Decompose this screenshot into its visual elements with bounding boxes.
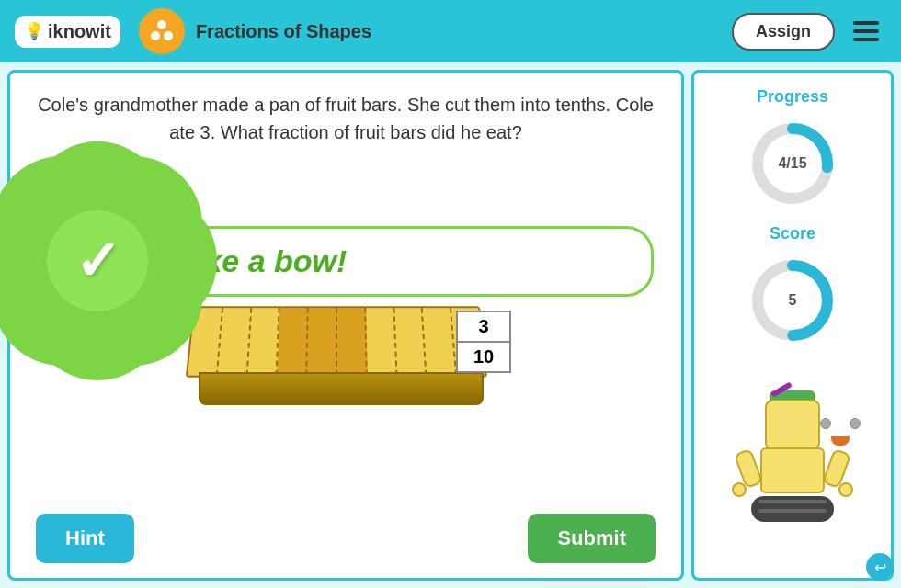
progress-donut: 4/15	[747, 118, 838, 209]
robot-character	[719, 390, 866, 556]
feedback-text: Take a bow!	[169, 243, 347, 278]
denominator-display: 10	[458, 343, 509, 371]
hamburger-line-3	[853, 38, 879, 41]
badge-outer: ✓	[38, 201, 157, 321]
robot-eye-left	[820, 418, 831, 429]
hamburger-line-1	[853, 21, 879, 25]
progress-label: Progress	[757, 87, 828, 107]
fraction-icon-svg	[148, 17, 176, 45]
score-label: Score	[770, 224, 815, 243]
bottom-buttons: Hint Submit	[32, 514, 659, 563]
feedback-message-box: Take a bow!	[139, 226, 654, 297]
robot-area	[719, 357, 866, 563]
robot-hand-left	[732, 482, 747, 497]
robot-mouth	[831, 436, 850, 446]
sidebar: Progress 4/15 Score 5	[691, 70, 894, 581]
robot-eye-right	[850, 418, 861, 429]
feedback-overlay: ✓ Take a bow!	[38, 201, 654, 321]
menu-button[interactable]	[846, 14, 886, 49]
score-value: 5	[789, 292, 797, 309]
robot-body	[760, 447, 825, 493]
badge-scallop: ✓	[47, 210, 148, 311]
svg-point-0	[157, 20, 166, 29]
bulb-icon: 💡	[24, 21, 44, 41]
hamburger-line-2	[853, 29, 879, 33]
lesson-title: Fractions of Shapes	[196, 21, 721, 42]
robot-head	[765, 400, 820, 450]
pan-base	[199, 372, 484, 405]
main-layout: Cole's grandmother made a pan of fruit b…	[0, 62, 901, 588]
app-header: 💡 iknowit Fractions of Shapes Assign	[0, 0, 901, 62]
logo: 💡 iknowit	[15, 16, 120, 48]
assign-button[interactable]: Assign	[732, 13, 835, 51]
nav-arrow-button[interactable]: ↩	[866, 553, 894, 581]
svg-point-1	[151, 31, 160, 40]
checkmark-badge: ✓	[38, 201, 157, 321]
question-text: Cole's grandmother made a pan of fruit b…	[32, 91, 659, 146]
submit-button[interactable]: Submit	[528, 514, 656, 563]
svg-point-2	[164, 31, 173, 40]
progress-value: 4/15	[778, 155, 806, 172]
robot-hand-right	[838, 482, 853, 497]
arrow-right-icon: ↩	[874, 559, 886, 576]
score-donut: 5	[747, 254, 838, 346]
hint-button[interactable]: Hint	[36, 514, 134, 563]
robot-tracks	[751, 496, 834, 522]
checkmark-icon: ✓	[74, 229, 120, 293]
lesson-icon	[139, 8, 185, 54]
content-area: Cole's grandmother made a pan of fruit b…	[7, 70, 684, 581]
logo-text: iknowit	[48, 21, 111, 42]
